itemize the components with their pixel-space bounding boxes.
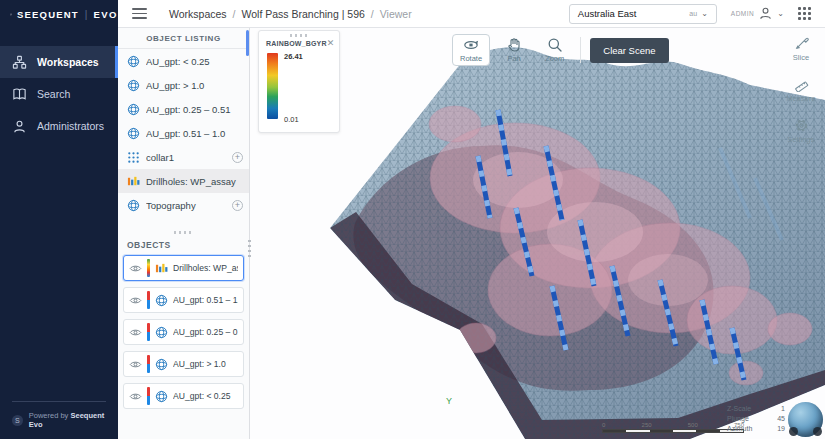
azimuth-label: Azimuth: [727, 424, 752, 434]
orientation-ball[interactable]: [788, 402, 823, 437]
breadcrumb: Workspaces / Wolf Pass Branching | 596 /…: [169, 8, 412, 20]
scene-object-label: AU_gpt: > 1.0: [173, 359, 226, 369]
drag-handle-icon[interactable]: [290, 34, 308, 37]
scale-bar-segments: [602, 429, 744, 433]
scene-object-au-025-051[interactable]: AU_gpt: 0.25 – 0.51: [123, 319, 244, 345]
scrollbar-thumb[interactable]: [246, 30, 249, 56]
pan-button[interactable]: Pan: [499, 35, 529, 65]
legend-strip: [147, 323, 150, 341]
sidebar-nav: Workspaces Search Administrators: [0, 46, 118, 142]
scene-object-au-051-10[interactable]: AU_gpt: 0.51 – 1.0: [123, 287, 244, 313]
breadcrumb-separator: /: [371, 8, 374, 20]
zoom-magnifier-icon: [547, 37, 563, 53]
mesh-sphere-icon: [155, 294, 168, 307]
add-to-scene-icon[interactable]: +: [232, 152, 243, 163]
region-select[interactable]: Australia East au ⌄: [569, 4, 717, 24]
settings-button[interactable]: Settings: [782, 118, 820, 144]
sidebar-footer: S Powered by Seequent Evo: [0, 401, 118, 429]
seequent-logo-icon: [10, 8, 12, 21]
sidebar-item-label: Workspaces: [37, 56, 99, 68]
breadcrumb-separator: /: [233, 8, 236, 20]
colorbar-panel[interactable]: RAINBOW_BGYR ✕ 26.41 0.01: [258, 30, 340, 133]
sidebar-item-label: Administrators: [37, 120, 104, 132]
list-item-collar1[interactable]: collar1 +: [118, 145, 249, 169]
mesh-sphere-icon: [155, 390, 168, 403]
panel-resize-handle[interactable]: [174, 231, 194, 234]
scene-object-label: Drillholes: WP_assay: [173, 263, 238, 273]
scale-tick: 0: [602, 422, 605, 428]
colorbar-min-value: 0.01: [284, 115, 299, 124]
visibility-icon[interactable]: [129, 294, 142, 307]
sidebar-item-search[interactable]: Search: [0, 78, 118, 110]
rotate-label: Rotate: [460, 54, 482, 63]
points-grid-icon: [127, 151, 140, 164]
scene-object-drillholes[interactable]: Drillholes: WP_assay: [123, 255, 244, 281]
visibility-icon[interactable]: [129, 262, 142, 275]
visibility-icon[interactable]: [129, 358, 142, 371]
list-item-label: AU_gpt: < 0.25: [146, 56, 243, 67]
list-item-label: AU_gpt: > 1.0: [146, 80, 243, 91]
rotate-button[interactable]: Rotate: [452, 34, 490, 66]
user-label: ADMIN: [731, 10, 754, 17]
region-value: Australia East: [578, 8, 690, 19]
zoom-button[interactable]: Zoom: [538, 35, 571, 65]
sidebar-item-administrators[interactable]: Administrators: [0, 110, 118, 142]
settings-gear-icon: [794, 118, 809, 133]
legend-strip: [147, 355, 150, 373]
mesh-sphere-icon: [155, 326, 168, 339]
panel-width-handle[interactable]: [248, 240, 251, 260]
breadcrumb-workspace-name[interactable]: Wolf Pass Branching | 596: [242, 8, 365, 20]
drillhole-bars-icon: [127, 175, 140, 188]
brand-divider: |: [85, 9, 88, 20]
list-item-au-gt-10[interactable]: AU_gpt: > 1.0: [118, 73, 249, 97]
list-item-au-051-10[interactable]: AU_gpt: 0.51 – 1.0: [118, 121, 249, 145]
user-menu[interactable]: ADMIN ⌄: [731, 6, 784, 21]
legend-strip: [147, 259, 150, 277]
list-item-drillholes[interactable]: Drillholes: WP_assay: [118, 169, 249, 193]
slice-button[interactable]: Slice: [782, 36, 820, 62]
scene-object-label: AU_gpt: 0.51 – 1.0: [173, 295, 238, 305]
sidebar-item-workspaces[interactable]: Workspaces: [0, 46, 118, 78]
visibility-icon[interactable]: [129, 326, 142, 339]
search-book-icon: [12, 87, 27, 102]
slice-icon: [794, 36, 809, 51]
viewport-3d[interactable]: RAINBOW_BGYR ✕ 26.41 0.01 Rotate Pa: [250, 28, 825, 439]
list-item-au-025-051[interactable]: AU_gpt: 0.25 – 0.51: [118, 97, 249, 121]
mesh-sphere-icon: [155, 358, 168, 371]
z-scale-label: Z-Scale: [727, 404, 751, 414]
plunge-label: Plunge: [727, 414, 749, 424]
scene-object-label: AU_gpt: 0.25 – 0.51: [173, 327, 238, 337]
objects-header: OBJECTS: [118, 237, 249, 255]
add-to-scene-icon[interactable]: +: [232, 200, 243, 211]
scene-object-au-gt-10[interactable]: AU_gpt: > 1.0: [123, 351, 244, 377]
scene-object-au-lt-025[interactable]: AU_gpt: < 0.25: [123, 383, 244, 409]
app-window: SEEQUENT | EVO Workspaces Search: [0, 0, 825, 439]
chevron-down-icon: ⌄: [701, 9, 708, 18]
measure-button[interactable]: Measure: [782, 77, 820, 103]
apps-grid-icon[interactable]: [798, 7, 811, 20]
settings-label: Settings: [787, 135, 814, 144]
list-item-topography[interactable]: Topography +: [118, 193, 249, 217]
seequent-footer-icon: S: [12, 415, 23, 426]
list-item-au-lt-025[interactable]: AU_gpt: < 0.25: [118, 49, 249, 73]
chevron-down-icon: ⌄: [777, 9, 784, 18]
plunge-value: 45: [777, 414, 785, 424]
mesh-sphere-icon: [127, 199, 140, 212]
scale-tick: 250: [642, 422, 652, 428]
measure-ruler-icon: [794, 77, 809, 92]
close-icon[interactable]: ✕: [327, 39, 335, 47]
user-icon: [758, 6, 773, 21]
brand-name: SEEQUENT: [17, 9, 79, 20]
clear-scene-button[interactable]: Clear Scene: [590, 38, 668, 63]
scale-tick: 500: [688, 422, 698, 428]
breadcrumb-workspaces[interactable]: Workspaces: [169, 8, 227, 20]
menu-icon[interactable]: [132, 8, 147, 19]
list-item-label: AU_gpt: 0.51 – 1.0: [146, 128, 243, 139]
colorbar-max-value: 26.41: [284, 52, 303, 61]
brand-product: EVO: [93, 9, 118, 20]
visibility-icon[interactable]: [129, 390, 142, 403]
colorbar-title: RAINBOW_BGYR: [266, 40, 327, 47]
sidebar: SEEQUENT | EVO Workspaces Search: [0, 0, 118, 439]
mesh-sphere-icon: [127, 55, 140, 68]
list-item-label: AU_gpt: 0.25 – 0.51: [146, 104, 243, 115]
